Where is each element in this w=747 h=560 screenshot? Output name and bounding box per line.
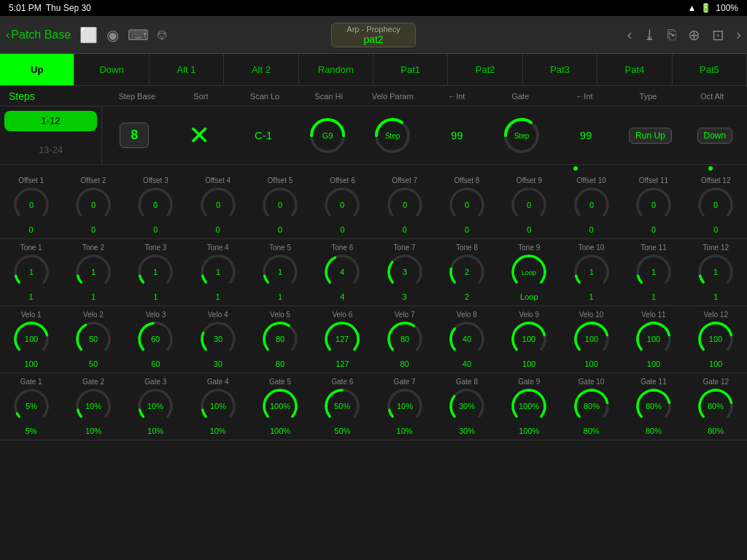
prev-icon[interactable]: ‹ [627,26,632,43]
tab-pat3[interactable]: Pat3 [523,54,597,85]
svg-text:1: 1 [713,268,718,276]
knob-svg[interactable]: 100 [697,320,735,358]
knob-svg[interactable]: 100 [510,320,548,358]
step-range-13-24[interactable]: 13-24 [4,140,97,160]
knob-label-11: Gate 12 [703,378,729,386]
tone-row: Tone 1 1 1 Tone 2 1 1 Tone 3 1 1 Tone 4 … [0,239,747,306]
steps-col-1: Sort [169,92,233,101]
knob-svg[interactable]: 50% [323,387,361,425]
knob-svg[interactable]: 1 [199,253,237,291]
knob-svg[interactable]: 10% [199,387,237,425]
knob-svg[interactable]: 0 [635,186,673,224]
tab-pat4[interactable]: Pat4 [597,54,672,85]
back-button[interactable]: ‹ Patch Base [6,28,71,42]
knob-svg[interactable]: 0 [12,186,50,224]
svg-text:1: 1 [589,268,594,276]
int-left-value[interactable]: 99 [451,129,463,141]
knob-svg[interactable]: 1 [573,253,611,291]
knob-svg[interactable]: 0 [199,186,237,224]
knob-svg[interactable]: 1 [635,253,673,291]
knob-svg[interactable]: Loop [510,253,548,291]
knob-svg[interactable]: 100 [12,320,50,358]
knob-label-7: Gate 8 [456,378,478,386]
tab-pat2[interactable]: Pat2 [448,54,522,85]
knob-svg[interactable]: 1 [261,253,299,291]
tab-random[interactable]: Random [299,54,374,85]
knob-svg[interactable]: 1 [136,253,174,291]
step-base-value[interactable]: 8 [120,122,149,148]
knob-svg[interactable]: 0 [573,186,611,224]
svg-text:10%: 10% [85,402,101,411]
knob-svg[interactable]: 0 [448,186,486,224]
knob-svg[interactable]: 0 [510,186,548,224]
copy-icon[interactable]: ⎘ [667,26,676,43]
knob-value-4: 0 [278,225,282,234]
next-icon[interactable]: › [736,26,741,43]
knob-svg[interactable]: 1 [74,253,112,291]
pages-icon[interactable]: ⬜ [80,26,98,44]
knob-svg[interactable]: 2 [448,253,486,291]
knob-svg[interactable]: 0 [74,186,112,224]
patch-name-box[interactable]: Arp - Prophecy pat2 [331,23,415,47]
oct-alt-value[interactable]: Down [697,128,733,144]
svg-text:100: 100 [522,335,535,343]
step-range-1-12[interactable]: 1-12 [4,111,97,131]
tab-pat5[interactable]: Pat5 [673,54,747,85]
scan-hi-knob[interactable]: G9 [309,117,347,155]
knob-svg[interactable]: 50 [74,320,112,358]
knob-svg[interactable]: 80 [386,320,424,358]
knob-svg[interactable]: 10% [136,387,174,425]
knob-svg[interactable]: 4 [323,253,361,291]
knob-cell-2: Gate 3 10% 10% [125,376,187,437]
knob-svg[interactable]: 1 [12,253,50,291]
steps-label: Steps [3,90,105,102]
knob-svg[interactable]: 5% [12,387,50,425]
knob-svg[interactable]: 60 [136,320,174,358]
knob-svg[interactable]: 3 [386,253,424,291]
knob-svg[interactable]: 100% [510,387,548,425]
knob-svg[interactable]: 30 [199,320,237,358]
clock-icon[interactable]: ◉ [107,26,119,44]
gate-knob[interactable]: Step [503,117,541,155]
knob-svg[interactable]: 80% [697,387,735,425]
knob-svg[interactable]: 0 [323,186,361,224]
knob-cell-3: Offset 4 0 0 [187,175,249,236]
knob-svg[interactable]: 40 [448,320,486,358]
knob-svg[interactable]: 10% [386,387,424,425]
keyboard-icon[interactable]: ⌨ [128,26,149,44]
share-icon[interactable]: ⊡ [712,26,724,44]
knob-svg[interactable]: 1 [697,253,735,291]
scan-lo-value[interactable]: C-1 [255,129,272,141]
knob-svg[interactable]: 10% [74,387,112,425]
tab-down[interactable]: Down [74,54,149,85]
knob-svg[interactable]: 80 [261,320,299,358]
knob-svg[interactable]: 80% [635,387,673,425]
knob-svg[interactable]: 100% [261,387,299,425]
knob-svg[interactable]: 127 [323,320,361,358]
velo-param-knob[interactable]: Step [374,117,411,155]
knob-cell-6: Velo 7 80 80 [374,309,436,370]
type-value[interactable]: Run Up [629,128,672,144]
midi-icon[interactable]: ⎊ [158,26,166,43]
int-right-value[interactable]: 99 [580,129,592,141]
paste-icon[interactable]: ⊕ [688,26,700,44]
knob-cell-3: Gate 4 10% 10% [187,376,249,437]
tab-pat1[interactable]: Pat1 [374,54,448,85]
knob-svg[interactable]: 0 [697,186,735,224]
knob-svg[interactable]: 80% [573,387,611,425]
knob-svg[interactable]: 0 [136,186,174,224]
svg-text:60: 60 [151,335,160,343]
knob-cell-7: Velo 8 40 40 [436,309,498,370]
tab-alt-2[interactable]: Alt 2 [224,54,298,85]
knob-svg[interactable]: 0 [261,186,299,224]
save-icon[interactable]: ⤓ [643,26,656,44]
knob-svg[interactable]: 0 [386,186,424,224]
battery-icon: 🔋 [700,3,711,13]
sort-x-icon[interactable]: ✕ [188,120,210,151]
knob-value-7: 2 [465,292,469,301]
tab-up[interactable]: Up [0,54,74,85]
knob-svg[interactable]: 100 [635,320,673,358]
knob-svg[interactable]: 30% [448,387,486,425]
knob-svg[interactable]: 100 [573,320,611,358]
tab-alt-1[interactable]: Alt 1 [150,54,224,85]
